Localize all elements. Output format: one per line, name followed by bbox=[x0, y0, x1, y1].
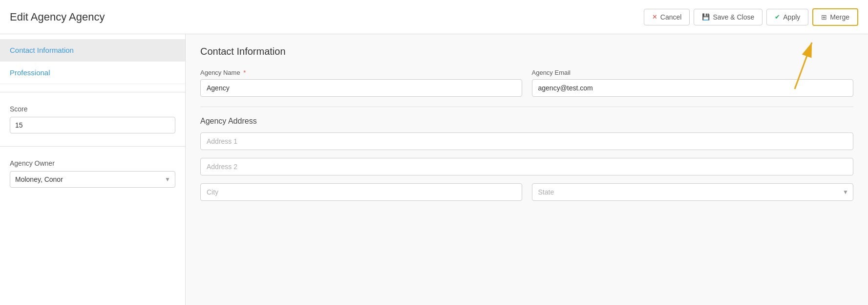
contact-info-section-title: Contact Information bbox=[200, 46, 853, 57]
main-layout: Contact Information Professional Score A… bbox=[0, 34, 868, 305]
state-select[interactable]: State AL AK AZ CA CO FL GA bbox=[532, 183, 854, 201]
address-section-title: Agency Address bbox=[200, 117, 853, 126]
address1-row bbox=[200, 132, 853, 150]
address2-input[interactable] bbox=[200, 158, 853, 175]
score-section: Score bbox=[0, 100, 185, 138]
sidebar-item-contact-information[interactable]: Contact Information bbox=[0, 39, 185, 62]
state-select-wrapper: State AL AK AZ CA CO FL GA ▼ bbox=[532, 183, 854, 201]
agency-email-input[interactable] bbox=[532, 79, 854, 97]
cancel-button[interactable]: ✕ Cancel bbox=[644, 9, 690, 25]
top-bar: Edit Agency Agency ✕ Cancel 💾 Save & Clo… bbox=[0, 0, 868, 34]
merge-button[interactable]: ⊞ Merge bbox=[812, 8, 858, 26]
content-area: Contact Information Agency Name * Agency… bbox=[186, 34, 868, 305]
agency-name-email-row: Agency Name * Agency Email bbox=[200, 69, 853, 97]
agency-name-label: Agency Name * bbox=[200, 69, 522, 76]
score-input[interactable] bbox=[10, 117, 175, 133]
agency-email-label: Agency Email bbox=[532, 69, 854, 76]
sidebar-divider-1 bbox=[0, 92, 185, 92]
sidebar-divider-2 bbox=[0, 146, 185, 147]
merge-icon: ⊞ bbox=[821, 13, 827, 21]
address1-input[interactable] bbox=[200, 132, 853, 150]
sidebar: Contact Information Professional Score A… bbox=[0, 34, 186, 305]
required-star: * bbox=[243, 69, 246, 76]
address2-group bbox=[200, 158, 853, 175]
city-state-row: State AL AK AZ CA CO FL GA ▼ bbox=[200, 183, 853, 201]
address2-row bbox=[200, 158, 853, 175]
score-label: Score bbox=[10, 105, 175, 113]
agency-owner-select[interactable]: Moloney, Conor Smith, John Doe, Jane bbox=[10, 171, 175, 188]
toolbar-buttons: ✕ Cancel 💾 Save & Close ✔ Apply ⊞ Merge bbox=[644, 8, 858, 26]
agency-name-group: Agency Name * bbox=[200, 69, 522, 97]
cancel-icon: ✕ bbox=[652, 13, 657, 21]
city-group bbox=[200, 183, 522, 201]
agency-email-group: Agency Email bbox=[532, 69, 854, 97]
city-input[interactable] bbox=[200, 183, 522, 201]
section-divider bbox=[200, 107, 853, 107]
address1-group bbox=[200, 132, 853, 150]
agency-owner-section: Agency Owner Moloney, Conor Smith, John … bbox=[0, 154, 185, 193]
page-title: Edit Agency Agency bbox=[10, 11, 105, 23]
agency-owner-label: Agency Owner bbox=[10, 159, 175, 167]
apply-icon: ✔ bbox=[775, 13, 780, 21]
apply-button[interactable]: ✔ Apply bbox=[766, 9, 808, 25]
save-close-button[interactable]: 💾 Save & Close bbox=[694, 9, 762, 25]
state-group: State AL AK AZ CA CO FL GA ▼ bbox=[532, 183, 854, 201]
save-icon: 💾 bbox=[702, 13, 710, 21]
toolbar-wrapper: ✕ Cancel 💾 Save & Close ✔ Apply ⊞ Merge bbox=[644, 8, 858, 26]
sidebar-item-professional[interactable]: Professional bbox=[0, 62, 185, 84]
agency-name-input[interactable] bbox=[200, 79, 522, 97]
agency-owner-select-wrapper: Moloney, Conor Smith, John Doe, Jane ▼ bbox=[10, 171, 175, 188]
